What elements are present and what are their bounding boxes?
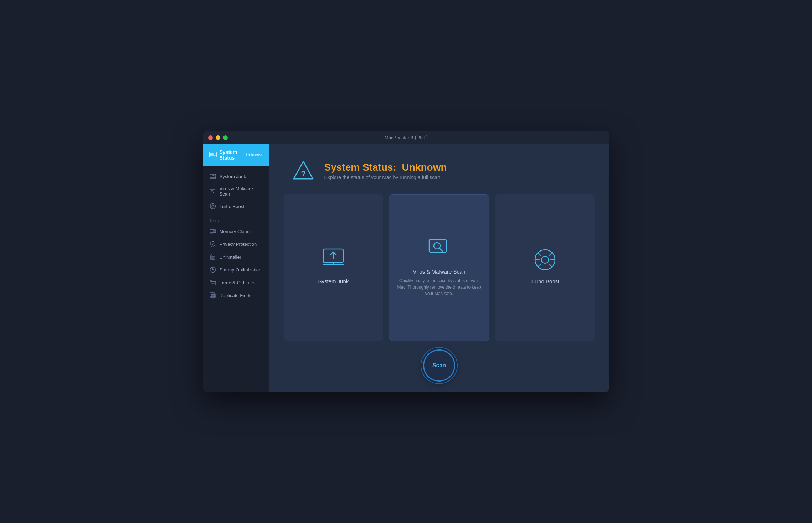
svg-rect-2 [212, 153, 214, 155]
virus-scan-icon [210, 188, 216, 195]
sidebar: System Status Unknown Sys [203, 144, 269, 392]
cards-section: System Junk Virus & Malware Scan Quickly… [269, 194, 609, 341]
sidebar-item-label: Duplicate Finder [220, 293, 253, 298]
virus-malware-card-desc: Quickly analyze the security status of y… [396, 278, 482, 297]
sidebar-item-large-old-files[interactable]: Large & Old Files [203, 276, 269, 289]
svg-rect-17 [210, 230, 216, 233]
svg-line-53 [440, 248, 443, 252]
svg-line-61 [549, 264, 552, 267]
pro-badge: PRO [415, 135, 427, 140]
virus-malware-card-icon [428, 239, 451, 262]
svg-point-12 [212, 205, 214, 207]
sidebar-item-duplicate-finder[interactable]: Duplicate Finder [203, 289, 269, 302]
svg-text:?: ? [301, 169, 305, 178]
turbo-boost-card-title: Turbo Boost [530, 278, 559, 284]
sidebar-item-label: System Junk [220, 174, 246, 179]
app-title: MacBooster 8 [385, 135, 413, 140]
sidebar-item-uninstaller[interactable]: Uninstaller [203, 250, 269, 263]
main-content: System Status Unknown Sys [203, 144, 609, 392]
startup-icon [210, 266, 216, 273]
svg-rect-4 [212, 155, 215, 156]
system-status-icon [209, 151, 217, 159]
sidebar-header-status: Unknown [246, 152, 263, 157]
sidebar-item-virus-malware-scan[interactable]: Virus & Malware Scan [203, 183, 269, 200]
status-description: Explore the status of your Mac by runnin… [324, 175, 447, 180]
system-junk-icon [210, 173, 216, 180]
content-area: ? System Status: Unknown Explore the sta… [269, 144, 609, 392]
svg-line-63 [538, 264, 541, 267]
virus-malware-card[interactable]: Virus & Malware Scan Quickly analyze the… [389, 194, 489, 341]
sidebar-header[interactable]: System Status Unknown [203, 144, 269, 166]
title-bar: MacBooster 8 PRO [203, 131, 609, 144]
system-junk-card-title: System Junk [318, 278, 349, 284]
sidebar-item-label: Uninstaller [220, 254, 241, 260]
traffic-lights [208, 135, 228, 140]
svg-point-55 [541, 256, 549, 263]
privacy-icon [210, 241, 216, 247]
sidebar-item-turbo-boost[interactable]: Turbo Boost [203, 200, 269, 213]
svg-point-38 [212, 269, 214, 270]
scan-section: Scan [269, 341, 609, 392]
svg-line-62 [549, 253, 552, 256]
status-value: Unknown [402, 162, 447, 173]
sidebar-item-system-junk[interactable]: System Junk [203, 170, 269, 183]
maximize-button[interactable] [223, 135, 228, 140]
sidebar-item-label: Startup Optimization [220, 267, 262, 273]
svg-rect-1 [210, 153, 212, 155]
sidebar-item-label: Privacy Protection [220, 242, 257, 247]
title-bar-title: MacBooster 8 PRO [385, 135, 427, 140]
scan-button[interactable]: Scan [423, 349, 455, 382]
status-label: System Status: [324, 162, 396, 173]
svg-line-60 [538, 253, 541, 256]
status-text: System Status: Unknown Explore the statu… [324, 162, 447, 180]
sidebar-item-label: Turbo Boost [220, 204, 245, 209]
app-window: MacBooster 8 PRO [203, 131, 609, 392]
warning-icon: ? [291, 159, 316, 183]
svg-rect-8 [210, 190, 215, 193]
sidebar-item-label: Memory Clean [220, 229, 250, 234]
virus-malware-card-title: Virus & Malware Scan [413, 269, 465, 275]
sidebar-header-left: System Status [209, 149, 246, 161]
duplicate-icon [210, 292, 216, 299]
uninstaller-icon [210, 254, 216, 260]
turbo-boost-card-icon [534, 248, 556, 271]
sidebar-header-title: System Status [220, 149, 246, 161]
sidebar-item-privacy-protection[interactable]: Privacy Protection [203, 238, 269, 250]
sidebar-item-startup-optimization[interactable]: Startup Optimization [203, 263, 269, 276]
tools-section-label: Tools [203, 213, 269, 225]
turbo-boost-card[interactable]: Turbo Boost [495, 194, 595, 341]
sidebar-nav: System Junk Virus & Malware Scan [203, 166, 269, 392]
minimize-button[interactable] [216, 135, 220, 140]
system-junk-card[interactable]: System Junk [284, 194, 384, 341]
content-header: ? System Status: Unknown Explore the sta… [269, 144, 609, 194]
large-files-icon [210, 279, 216, 286]
sidebar-item-label: Large & Old Files [220, 280, 255, 285]
system-junk-card-icon [322, 248, 345, 271]
status-heading: System Status: Unknown [324, 162, 447, 173]
close-button[interactable] [208, 135, 213, 140]
svg-rect-3 [210, 155, 212, 156]
sidebar-item-label: Virus & Malware Scan [220, 186, 263, 197]
memory-clean-icon [210, 228, 216, 234]
svg-rect-51 [429, 239, 446, 252]
sidebar-item-memory-clean[interactable]: Memory Clean [203, 225, 269, 238]
turbo-boost-icon [210, 203, 216, 209]
